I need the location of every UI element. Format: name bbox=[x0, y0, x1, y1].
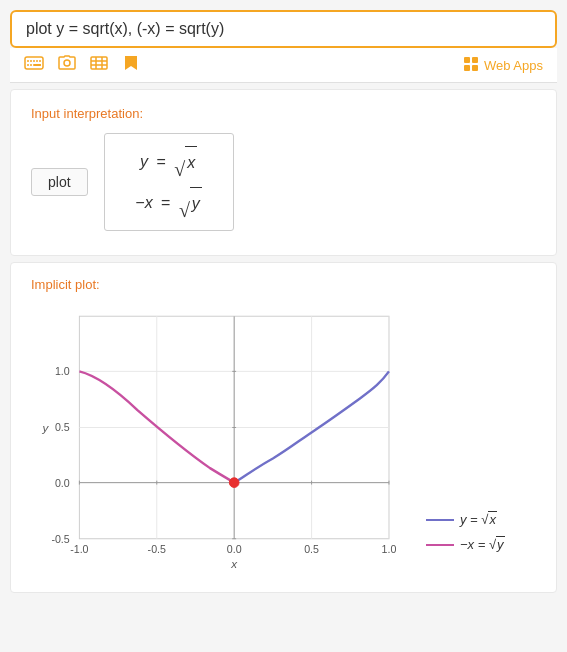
svg-text:-1.0: -1.0 bbox=[70, 543, 88, 555]
implicit-plot-section: Implicit plot: bbox=[10, 262, 557, 593]
svg-rect-17 bbox=[464, 57, 470, 63]
svg-text:0.0: 0.0 bbox=[55, 477, 70, 489]
legend-line-2 bbox=[426, 544, 454, 546]
search-bar: plot y = sqrt(x), (-x) = sqrt(y) bbox=[10, 10, 557, 48]
svg-rect-18 bbox=[472, 57, 478, 63]
svg-text:x: x bbox=[230, 557, 238, 570]
svg-text:0.5: 0.5 bbox=[55, 421, 70, 433]
svg-rect-12 bbox=[91, 57, 107, 69]
legend-label-1: y = √x bbox=[460, 512, 497, 527]
legend-line-1 bbox=[426, 519, 454, 521]
grid-icon[interactable] bbox=[90, 56, 108, 74]
keyboard-icon[interactable] bbox=[24, 56, 44, 74]
svg-text:-0.5: -0.5 bbox=[148, 543, 166, 555]
chart-container: -0.5 0.0 0.5 1.0 -1.0 x 1.0 0.5 0.0 -0.5 bbox=[31, 302, 418, 582]
interpretation-label: Input interpretation: bbox=[31, 106, 536, 121]
svg-point-11 bbox=[64, 60, 70, 66]
svg-text:0.5: 0.5 bbox=[304, 543, 319, 555]
legend-label-2: −x = √y bbox=[460, 537, 505, 552]
web-apps-label: Web Apps bbox=[484, 58, 543, 73]
chart-svg: -0.5 0.0 0.5 1.0 -1.0 x 1.0 0.5 0.0 -0.5 bbox=[31, 302, 418, 582]
svg-rect-20 bbox=[472, 65, 478, 71]
legend-area: y = √x −x = √y bbox=[426, 302, 536, 582]
svg-rect-19 bbox=[464, 65, 470, 71]
interpretation-section: Input interpretation: plot y = √ x −x = bbox=[10, 89, 557, 256]
bookmark-icon[interactable] bbox=[122, 54, 140, 76]
legend-item-1: y = √x bbox=[426, 512, 536, 527]
camera-icon[interactable] bbox=[58, 55, 76, 75]
equation-2: −x = √ y bbox=[123, 185, 215, 220]
plot-button[interactable]: plot bbox=[31, 168, 88, 196]
toolbar: Web Apps bbox=[10, 48, 557, 83]
svg-text:1.0: 1.0 bbox=[382, 543, 397, 555]
math-box: y = √ x −x = √ y bbox=[104, 133, 234, 231]
equation-1: y = √ x bbox=[123, 144, 215, 179]
web-apps-link[interactable]: Web Apps bbox=[464, 57, 543, 73]
legend-item-2: −x = √y bbox=[426, 537, 536, 552]
search-input[interactable]: plot y = sqrt(x), (-x) = sqrt(y) bbox=[26, 20, 541, 38]
svg-point-51 bbox=[229, 478, 239, 488]
svg-text:y: y bbox=[42, 421, 50, 434]
svg-text:0.0: 0.0 bbox=[227, 543, 242, 555]
chart-area: -0.5 0.0 0.5 1.0 -1.0 x 1.0 0.5 0.0 -0.5 bbox=[31, 302, 536, 582]
svg-text:1.0: 1.0 bbox=[55, 365, 70, 377]
svg-text:-0.5: -0.5 bbox=[51, 533, 69, 545]
interpretation-row: plot y = √ x −x = √ y bbox=[31, 133, 536, 231]
plot-section-label: Implicit plot: bbox=[31, 277, 536, 292]
svg-rect-0 bbox=[25, 57, 43, 69]
